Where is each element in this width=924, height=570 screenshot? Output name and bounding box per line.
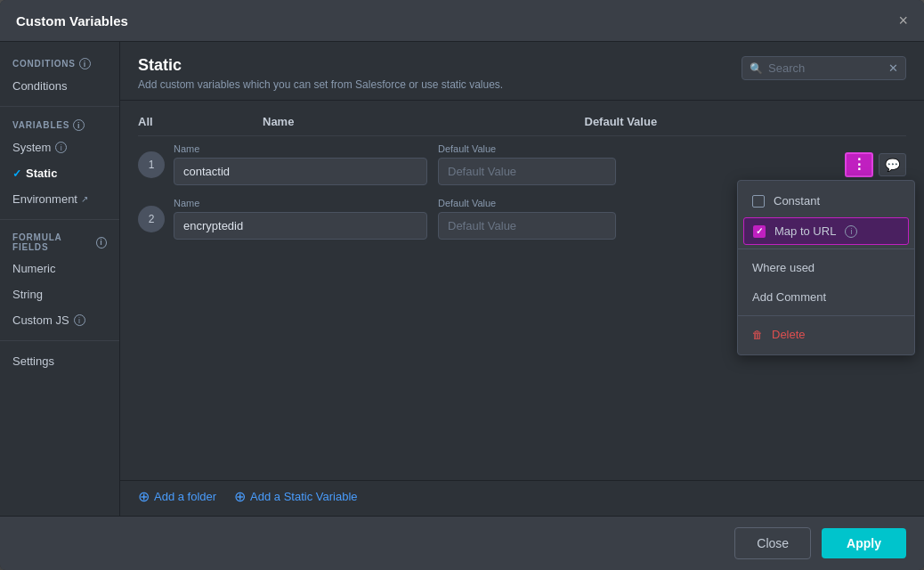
table-row: 1 Name Default Value — [138, 143, 906, 185]
row-1-default-label: Default Value — [438, 143, 616, 154]
plus-icon-folder: ⊕ — [138, 488, 150, 505]
col-default-header: Default Value — [585, 115, 907, 128]
row-1-default-input[interactable] — [438, 158, 616, 185]
constant-checkbox[interactable] — [752, 195, 765, 208]
map-to-url-info-icon[interactable]: i — [845, 225, 857, 238]
menu-item-add-comment[interactable]: Add Comment — [738, 282, 914, 312]
menu-divider-2 — [738, 315, 914, 316]
divider-2 — [0, 219, 119, 220]
search-icon: 🔍 — [750, 62, 763, 75]
modal-body: CONDITIONS i Conditions VARIABLES i Syst… — [0, 42, 924, 516]
row-2-name-input[interactable] — [174, 212, 427, 240]
variables-info-icon[interactable]: i — [73, 119, 85, 131]
sidebar-item-customjs[interactable]: Custom JS i — [0, 307, 119, 333]
content-footer: ⊕ Add a folder ⊕ Add a Static Variable — [120, 480, 924, 516]
row-2-default-group: Default Value — [438, 198, 616, 240]
sidebar-item-string[interactable]: String — [0, 281, 119, 307]
sidebar-item-settings[interactable]: Settings — [0, 348, 119, 374]
formula-fields-info-icon[interactable]: i — [96, 237, 107, 248]
row-2-default-input[interactable] — [438, 212, 616, 240]
row-2-name-group: Name — [174, 198, 427, 240]
dots-icon: ⋮ — [852, 157, 866, 172]
add-folder-link[interactable]: ⊕ Add a folder — [138, 488, 216, 505]
sidebar-item-static[interactable]: Static — [0, 160, 119, 186]
content-area: All Name Default Value 1 Name — [120, 101, 924, 480]
row-1-name-input[interactable] — [174, 158, 427, 185]
close-button[interactable]: Close — [734, 527, 811, 559]
menu-item-map-to-url[interactable]: ✓ Map to URL i — [743, 217, 909, 245]
row-1-comment-button[interactable]: 💬 — [879, 153, 906, 176]
sidebar-item-numeric[interactable]: Numeric — [0, 256, 119, 281]
modal-footer: Close Apply — [0, 516, 924, 570]
divider-1 — [0, 106, 119, 107]
menu-item-delete[interactable]: 🗑 Delete — [738, 320, 914, 349]
variables-section-label: VARIABLES i — [0, 114, 119, 134]
modal-close-button[interactable]: × — [898, 12, 908, 28]
conditions-info-icon[interactable]: i — [79, 58, 91, 69]
modal-title: Custom Variables — [16, 13, 128, 28]
main-content: Static Add custom variables which you ca… — [120, 42, 924, 516]
search-clear-icon[interactable]: ✕ — [888, 61, 898, 75]
menu-item-constant[interactable]: Constant — [738, 186, 914, 216]
delete-icon: 🗑 — [752, 329, 763, 341]
page-subtitle: Add custom variables which you can set f… — [138, 78, 503, 91]
custom-variables-modal: Custom Variables × CONDITIONS i Conditio… — [0, 0, 924, 570]
map-to-url-checkbox[interactable]: ✓ — [753, 225, 766, 238]
row-number-1: 1 — [138, 151, 165, 178]
external-link-icon: ↗ — [81, 194, 88, 204]
row-2-name-label: Name — [174, 198, 427, 208]
sidebar: CONDITIONS i Conditions VARIABLES i Syst… — [0, 42, 120, 516]
row-1-more-button[interactable]: ⋮ — [845, 152, 873, 177]
apply-button[interactable]: Apply — [822, 528, 906, 558]
page-title: Static — [138, 56, 503, 75]
table-header: All Name Default Value — [138, 115, 906, 136]
menu-item-where-used[interactable]: Where used — [738, 253, 914, 282]
modal-header: Custom Variables × — [0, 0, 924, 42]
row-1-default-group: Default Value — [438, 143, 616, 185]
checkmark-icon: ✓ — [756, 226, 763, 236]
sidebar-item-conditions[interactable]: Conditions — [0, 73, 119, 99]
add-variable-link[interactable]: ⊕ Add a Static Variable — [234, 488, 357, 505]
formula-fields-section-label: FORMULA FIELDS i — [0, 227, 119, 256]
content-header: Static Add custom variables which you ca… — [120, 42, 924, 101]
system-info-icon[interactable]: i — [55, 142, 67, 153]
row-1-name-label: Name — [174, 143, 427, 154]
sidebar-item-system[interactable]: System i — [0, 134, 119, 160]
col-all-header: All — [138, 115, 227, 128]
row-1-name-group: Name — [174, 143, 427, 185]
row-2-default-label: Default Value — [438, 198, 616, 208]
plus-icon-variable: ⊕ — [234, 488, 246, 505]
title-area: Static Add custom variables which you ca… — [138, 56, 503, 91]
row-number-2: 2 — [138, 206, 165, 232]
context-menu: Constant ✓ Map to URL i Where used — [737, 180, 915, 355]
row-1-actions: ⋮ 💬 — [845, 152, 906, 177]
col-name-header: Name — [227, 115, 585, 128]
sidebar-item-environment[interactable]: Environment ↗ — [0, 186, 119, 212]
search-box: 🔍 ✕ — [742, 56, 906, 80]
conditions-section-label: CONDITIONS i — [0, 53, 119, 73]
modal-overlay: Custom Variables × CONDITIONS i Conditio… — [0, 0, 924, 570]
divider-3 — [0, 340, 119, 341]
search-input[interactable] — [768, 61, 883, 75]
menu-divider — [738, 248, 914, 249]
comment-icon: 💬 — [885, 158, 900, 172]
row-1-fields: Name Default Value — [174, 143, 838, 185]
customjs-info-icon[interactable]: i — [74, 314, 85, 326]
